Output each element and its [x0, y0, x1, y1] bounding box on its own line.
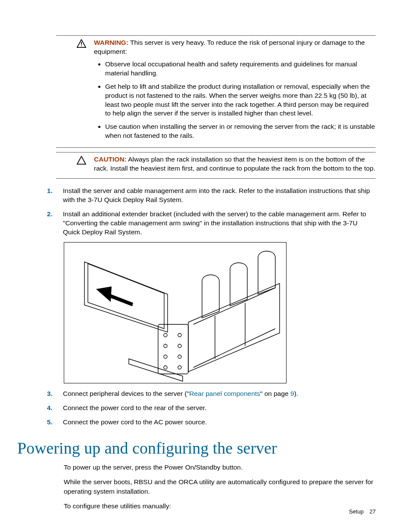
- step3-pre: Connect peripheral devices to the server…: [63, 390, 189, 397]
- page-9-link[interactable]: 9: [290, 390, 294, 397]
- page: WARNING: This server is very heavy. To r…: [0, 0, 411, 532]
- divider: [56, 178, 376, 179]
- divider: [56, 147, 376, 148]
- step-4: 4. Connect the power cord to the rear of…: [35, 404, 376, 413]
- warning-bullet: Observe local occupational health and sa…: [105, 60, 376, 78]
- svg-point-9: [178, 355, 181, 358]
- step3-mid: " on page: [260, 390, 290, 397]
- warning-admonition: WARNING: This server is very heavy. To r…: [77, 38, 376, 145]
- svg-point-3: [164, 333, 167, 337]
- body-paragraph: To configure these utilities manually:: [64, 501, 376, 511]
- step-number: 1.: [35, 187, 53, 205]
- caution-block: CAUTION: Always plan the rack installati…: [56, 152, 376, 179]
- section-heading: Powering up and configuring the server: [17, 439, 376, 457]
- svg-rect-0: [81, 42, 82, 44]
- footer-page-number: 27: [370, 508, 376, 515]
- warning-bullet: Get help to lift and stabilize the produ…: [105, 82, 376, 118]
- svg-point-4: [164, 344, 167, 348]
- step3-post: ).: [294, 390, 298, 397]
- warning-label: WARNING:: [94, 39, 128, 46]
- warning-bullet: Use caution when installing the server i…: [105, 122, 376, 140]
- step-number: 5.: [35, 418, 53, 427]
- warning-body: WARNING: This server is very heavy. To r…: [94, 38, 376, 145]
- body-paragraph: To power up the server, press the Power …: [64, 463, 376, 472]
- step-text: Connect peripheral devices to the server…: [63, 389, 376, 398]
- svg-point-6: [164, 366, 167, 369]
- cable-arm-figure: [64, 242, 286, 383]
- divider: [56, 35, 376, 36]
- svg-point-5: [164, 355, 167, 358]
- steps-list-a: 1. Install the server and cable manageme…: [35, 187, 376, 237]
- caution-body: CAUTION: Always plan the rack installati…: [94, 155, 376, 176]
- svg-rect-2: [158, 324, 188, 374]
- svg-point-7: [178, 333, 181, 337]
- step-2: 2. Install an additional extender bracke…: [35, 210, 376, 237]
- warning-icon: [77, 38, 94, 145]
- step-5: 5. Connect the power cord to the AC powe…: [35, 418, 376, 427]
- warning-bullets: Observe local occupational health and sa…: [94, 60, 376, 140]
- caution-label: CAUTION:: [94, 156, 127, 163]
- caution-admonition: CAUTION: Always plan the rack installati…: [77, 155, 376, 176]
- caution-icon: [77, 155, 94, 176]
- steps-list-b: 3. Connect peripheral devices to the ser…: [35, 389, 376, 427]
- warning-intro: WARNING: This server is very heavy. To r…: [94, 38, 376, 56]
- rear-panel-link[interactable]: Rear panel components: [189, 390, 260, 397]
- svg-rect-1: [81, 46, 82, 47]
- step-text: Install an additional extender bracket (…: [63, 210, 376, 237]
- body-paragraph: While the server boots, RBSU and the ORC…: [64, 477, 376, 496]
- step-number: 3.: [35, 389, 53, 398]
- divider: [56, 152, 376, 152]
- step-number: 2.: [35, 210, 53, 237]
- caution-text: Always plan the rack installation so tha…: [94, 156, 375, 172]
- step-text: Install the server and cable management …: [63, 187, 376, 205]
- caution-text-line: CAUTION: Always plan the rack installati…: [94, 155, 376, 173]
- warning-block: WARNING: This server is very heavy. To r…: [56, 35, 376, 148]
- warning-intro-text: This server is very heavy. To reduce the…: [94, 39, 365, 55]
- step-text: Connect the power cord to the rear of th…: [63, 404, 376, 413]
- footer-section: Setup: [349, 508, 364, 515]
- svg-point-10: [178, 366, 181, 369]
- step-text: Connect the power cord to the AC power s…: [63, 418, 376, 427]
- page-footer: Setup 27: [349, 508, 376, 515]
- step-1: 1. Install the server and cable manageme…: [35, 187, 376, 205]
- step-3: 3. Connect peripheral devices to the ser…: [35, 389, 376, 398]
- step-number: 4.: [35, 404, 53, 413]
- svg-point-8: [178, 344, 181, 348]
